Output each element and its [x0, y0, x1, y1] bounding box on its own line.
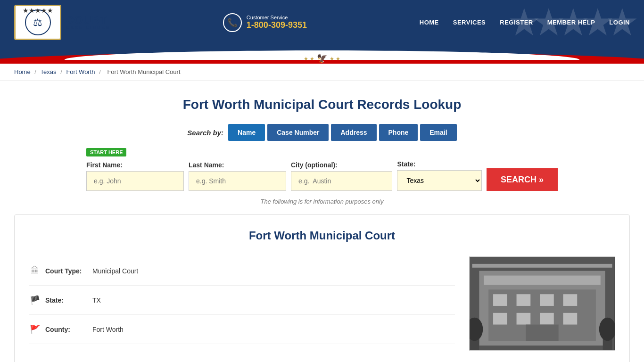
city-input[interactable] [291, 171, 392, 191]
court-type-value: Municipal Court [92, 267, 138, 275]
tab-address[interactable]: Address [331, 124, 376, 141]
court-info-title: Fort Worth Municipal Court [29, 229, 615, 242]
logo-box: ★★★★★ ⚖ [14, 5, 61, 40]
nav-member-help[interactable]: MEMBER HELP [547, 19, 595, 26]
customer-service-label: Customer Service [247, 15, 307, 20]
breadcrumb-sep-3: / [99, 68, 102, 75]
nav-login[interactable]: LOGIN [609, 19, 630, 26]
breadcrumb-city[interactable]: Fort Worth [66, 68, 95, 75]
last-name-group: Last Name: [189, 161, 286, 191]
search-form-row: First Name: Last Name: City (optional): … [86, 160, 558, 191]
court-info-section: Fort Worth Municipal Court 🏛 Court Type:… [14, 214, 630, 362]
svg-rect-10 [540, 313, 554, 325]
court-details-left: 🏛 Court Type: Municipal Court 🏴 State: T… [29, 256, 455, 351]
search-by-row: Search by: Name Case Number Address Phon… [86, 124, 558, 141]
court-details: 🏛 Court Type: Municipal Court 🏴 State: T… [29, 256, 615, 351]
search-container: Search by: Name Case Number Address Phon… [86, 124, 558, 205]
tab-case-number[interactable]: Case Number [267, 124, 329, 141]
state-row: 🏴 State: TX [29, 286, 455, 315]
last-name-input[interactable] [189, 171, 286, 191]
customer-service-phone: 1-800-309-9351 [247, 20, 307, 30]
logo-stars: ★★★★★ [23, 7, 53, 14]
logo-inner: ★★★★★ ⚖ [25, 9, 51, 35]
svg-rect-7 [563, 294, 578, 306]
state-detail-label: State: [45, 296, 88, 304]
svg-rect-6 [540, 294, 554, 306]
logo-area: ★★★★★ ⚖ COURT CASE FINDER [14, 5, 110, 40]
county-row: 🚩 County: Fort Worth [29, 315, 455, 344]
first-name-label: First Name: [86, 161, 184, 169]
eagle-icon: 🦅 [317, 53, 327, 64]
state-group: State: AlabamaAlaskaArizonaArkansasCalif… [397, 160, 482, 191]
logo-case-finder-text: CASE FINDER [66, 25, 110, 30]
page-title: Fort Worth Municipal Court Records Looku… [14, 97, 630, 112]
nav-services[interactable]: SERVICES [453, 19, 486, 26]
main-content: Fort Worth Municipal Court Records Looku… [0, 81, 644, 362]
svg-rect-11 [563, 313, 578, 325]
state-icon: 🏴 [29, 294, 41, 306]
tab-name[interactable]: Name [228, 124, 265, 141]
court-image [469, 256, 615, 351]
last-name-label: Last Name: [189, 161, 286, 169]
state-select[interactable]: AlabamaAlaskaArizonaArkansasCaliforniaCo… [397, 170, 482, 191]
site-header: ★ ★ ★ ★ ★ ★★★★★ ⚖ COURT CASE FINDER 📞 Cu… [0, 0, 644, 45]
customer-service-area: 📞 Customer Service 1-800-309-9351 [223, 13, 307, 32]
logo-text: COURT CASE FINDER [66, 15, 110, 30]
court-type-label: Court Type: [45, 267, 88, 275]
search-button[interactable]: SEARCH » [487, 168, 558, 191]
nav-register[interactable]: REGISTER [500, 19, 533, 26]
state-detail-value: TX [92, 296, 101, 304]
city-label: City (optional): [291, 161, 392, 169]
eagle-stars: ★ ★ 🦅 ★ ★ [304, 53, 340, 64]
logo-court-text: COURT [66, 15, 110, 25]
svg-rect-13 [472, 264, 612, 268]
tab-email[interactable]: Email [420, 124, 456, 141]
breadcrumb-state[interactable]: Texas [41, 68, 57, 75]
county-value: Fort Worth [92, 326, 124, 333]
svg-rect-9 [517, 313, 531, 325]
breadcrumb-home[interactable]: Home [14, 68, 31, 75]
logo-emblem-icon: ⚖ [33, 16, 42, 29]
tab-phone[interactable]: Phone [379, 124, 418, 141]
start-here-badge: START HERE [86, 148, 558, 160]
court-type-row: 🏛 Court Type: Municipal Court [29, 256, 455, 286]
svg-rect-8 [493, 313, 507, 325]
breadcrumb: Home / Texas / Fort Worth / Fort Worth M… [0, 64, 644, 81]
county-icon: 🚩 [29, 323, 41, 335]
city-group: City (optional): [291, 161, 392, 191]
svg-rect-12 [526, 325, 558, 341]
first-name-input[interactable] [86, 171, 184, 191]
eagle-container: ★ ★ 🦅 ★ ★ [304, 53, 340, 64]
banner-wave: ★ ★ 🦅 ★ ★ [0, 45, 644, 64]
first-name-group: First Name: [86, 161, 184, 191]
breadcrumb-sep-1: / [34, 68, 38, 75]
breadcrumb-sep-2: / [60, 68, 64, 75]
search-by-label: Search by: [187, 129, 223, 137]
nav-home[interactable]: HOME [420, 19, 439, 26]
main-nav: HOME SERVICES REGISTER MEMBER HELP LOGIN [420, 19, 630, 26]
breadcrumb-current: Fort Worth Municipal Court [107, 68, 180, 75]
state-label: State: [397, 160, 482, 168]
county-label: County: [45, 326, 88, 333]
info-text: The following is for information purpose… [86, 198, 558, 205]
court-type-icon: 🏛 [29, 265, 41, 277]
phone-icon: 📞 [223, 13, 242, 32]
building-svg [470, 257, 615, 350]
svg-rect-4 [493, 294, 507, 306]
start-here-label: START HERE [86, 148, 126, 156]
customer-service-info: Customer Service 1-800-309-9351 [247, 15, 307, 30]
svg-rect-2 [484, 276, 601, 285]
svg-rect-5 [517, 294, 531, 306]
